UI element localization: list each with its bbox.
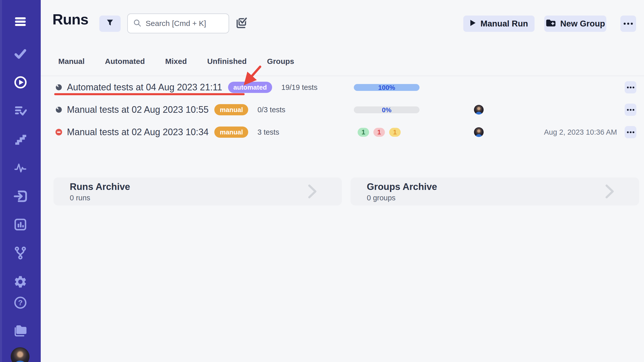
blocked-run-icon xyxy=(55,129,62,135)
ellipsis-icon xyxy=(627,131,634,133)
tab-automated[interactable]: Automated xyxy=(105,57,145,66)
chevron-right-icon xyxy=(308,184,317,200)
main-content: Runs Manual Run New Group Manual Automat… xyxy=(41,0,644,362)
archive-count: 0 runs xyxy=(70,194,342,202)
manual-run-button[interactable]: Manual Run xyxy=(463,16,535,32)
run-title: Manual tests at 02 Aug 2023 10:55 xyxy=(67,104,208,115)
archive-title: Runs Archive xyxy=(70,182,342,192)
menu-icon[interactable] xyxy=(0,16,41,28)
header-more-button[interactable] xyxy=(620,16,636,32)
skipped-count-pill: 1 xyxy=(389,128,401,137)
annotation-underline xyxy=(54,93,245,95)
runs-list: Automated tests at 04 Aug 2023 21:11 aut… xyxy=(41,76,644,143)
ellipsis-icon xyxy=(627,87,634,88)
sidebar-item-projects[interactable] xyxy=(0,48,41,60)
sidebar-item-activity[interactable] xyxy=(0,161,41,174)
run-date: Aug 2, 2023 10:36 AM xyxy=(544,121,617,143)
run-title: Automated tests at 04 Aug 2023 21:11 xyxy=(67,82,222,93)
sidebar-item-integrations[interactable] xyxy=(0,246,41,260)
search-input[interactable] xyxy=(146,19,224,28)
row-more-button[interactable] xyxy=(625,126,636,138)
help-icon[interactable]: ? xyxy=(0,296,41,309)
run-tests-count: 0/3 tests xyxy=(257,106,285,114)
run-title: Manual tests at 02 Aug 2023 10:34 xyxy=(67,127,208,137)
run-row-manual-1034[interactable]: Manual tests at 02 Aug 2023 10:34 manual… xyxy=(41,121,644,143)
sidebar-item-runs[interactable] xyxy=(0,76,41,89)
new-group-label: New Group xyxy=(560,19,605,29)
sidebar-item-test-plans[interactable] xyxy=(0,104,41,116)
archive-title: Groups Archive xyxy=(367,182,639,192)
tab-mixed[interactable]: Mixed xyxy=(165,57,187,66)
tab-groups[interactable]: Groups xyxy=(267,57,294,66)
globe-run-icon xyxy=(55,106,62,113)
svg-text:?: ? xyxy=(18,299,23,307)
run-tests-count: 19/19 tests xyxy=(281,83,317,92)
assignee-avatar xyxy=(474,105,484,115)
ellipsis-icon xyxy=(624,23,633,25)
run-row-manual-1055[interactable]: Manual tests at 02 Aug 2023 10:55 manual… xyxy=(41,99,644,121)
sidebar-item-archive[interactable] xyxy=(0,323,41,337)
passed-count-pill: 1 xyxy=(358,128,369,137)
sidebar-item-milestones[interactable] xyxy=(0,133,41,145)
filter-funnel-icon xyxy=(106,18,114,29)
result-pills: 1 1 1 xyxy=(358,121,401,143)
run-type-badge: manual xyxy=(214,127,248,138)
archive-count: 0 groups xyxy=(367,194,639,202)
sidebar: ? xyxy=(0,0,41,362)
new-group-button[interactable]: New Group xyxy=(544,16,606,32)
user-avatar[interactable] xyxy=(11,347,30,362)
row-more-button[interactable] xyxy=(625,81,636,93)
gear-icon[interactable] xyxy=(0,275,41,289)
folder-plus-icon xyxy=(545,18,556,30)
groups-archive-card[interactable]: Groups Archive 0 groups xyxy=(351,177,639,205)
ellipsis-icon xyxy=(627,109,634,111)
runs-archive-card[interactable]: Runs Archive 0 runs xyxy=(53,177,342,205)
page-title: Runs xyxy=(52,11,88,28)
failed-count-pill: 1 xyxy=(373,128,385,137)
filter-button[interactable] xyxy=(99,16,121,32)
select-all-icon[interactable] xyxy=(236,17,247,30)
chevron-right-icon xyxy=(605,184,615,200)
play-icon xyxy=(470,19,476,29)
sidebar-item-imports[interactable] xyxy=(0,189,41,203)
tab-manual[interactable]: Manual xyxy=(58,57,85,66)
run-tests-count: 3 tests xyxy=(257,128,279,136)
progress-bar: 0% xyxy=(354,106,419,113)
run-type-badge: manual xyxy=(214,104,248,115)
manual-run-label: Manual Run xyxy=(481,19,528,29)
row-more-button[interactable] xyxy=(625,104,636,116)
annotation-arrow-icon xyxy=(237,64,270,92)
assignee-avatar xyxy=(474,127,484,137)
sidebar-item-reports[interactable] xyxy=(0,218,41,231)
search-box[interactable] xyxy=(127,13,229,33)
search-icon xyxy=(133,19,142,28)
globe-run-icon xyxy=(55,84,62,91)
progress-bar: 100% xyxy=(354,84,419,91)
